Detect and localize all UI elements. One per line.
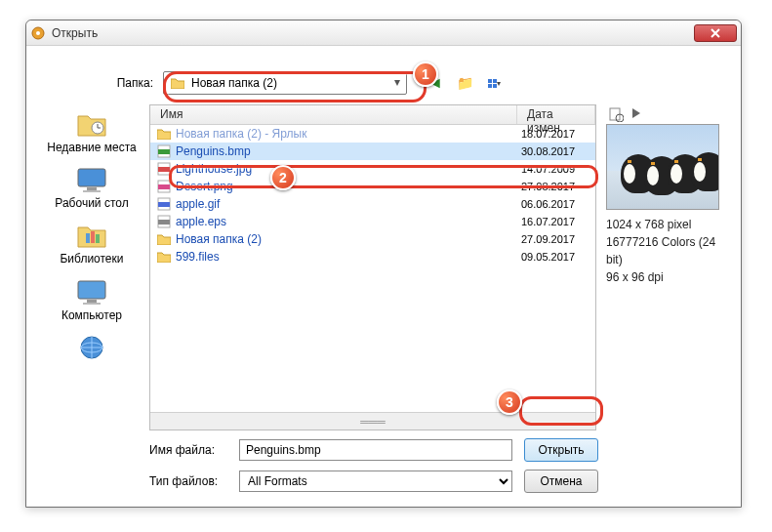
svg-rect-6: [86, 233, 90, 243]
desktop-icon: [74, 164, 109, 195]
file-name: Новая папка (2) - Ярлык: [176, 127, 521, 141]
folder-current: Новая папка (2): [191, 76, 277, 90]
places-bar: Недавние места Рабочий стол Библиотеки К…: [44, 104, 140, 430]
folder-icon: [170, 75, 185, 91]
svg-rect-21: [158, 202, 170, 207]
preview-pane: 1024 x 768 pixel 16777216 Colors (24 bit…: [606, 104, 723, 430]
file-row[interactable]: Новая папка (2) - Ярлык18.07.2017: [150, 125, 595, 143]
folder-dropdown[interactable]: Новая папка (2): [163, 71, 407, 95]
app-icon: [30, 25, 46, 41]
file-type-icon: [156, 215, 172, 228]
annotation-badge-1: 1: [413, 61, 438, 87]
place-libraries[interactable]: Библиотеки: [44, 220, 140, 266]
file-date: 06.06.2017: [521, 198, 589, 210]
titlebar: Открыть: [26, 20, 741, 46]
libraries-icon: [74, 220, 109, 251]
svg-rect-11: [83, 303, 101, 305]
file-name: Lighthouse.jpg: [176, 162, 521, 176]
file-type-icon: [156, 144, 172, 158]
file-type-icon: [156, 197, 172, 211]
file-row[interactable]: Новая папка (2)27.09.2017: [150, 230, 595, 248]
filetype-label: Тип файлов:: [149, 474, 227, 488]
place-label: Недавние места: [47, 142, 136, 154]
svg-rect-5: [83, 190, 101, 192]
open-file-dialog: Открыть Папка: Новая папка (2) ◄ 📁 ▾: [25, 20, 742, 508]
file-date: 09.05.2017: [521, 251, 589, 263]
place-computer[interactable]: Компьютер: [44, 276, 140, 322]
file-row[interactable]: Desert.png27.08.2017: [150, 178, 595, 195]
folder-label: Папка:: [112, 76, 153, 90]
svg-point-1: [36, 31, 40, 35]
file-row[interactable]: Lighthouse.jpg14.07.2009: [150, 160, 595, 178]
annotation-badge-3: 3: [497, 389, 522, 415]
file-name: apple.eps: [176, 215, 521, 228]
filename-input[interactable]: [239, 439, 512, 461]
file-date: 18.07.2017: [521, 128, 589, 140]
recent-icon: [74, 108, 109, 140]
place-desktop[interactable]: Рабочий стол: [44, 164, 140, 210]
file-name: Desert.png: [176, 180, 521, 193]
meta-dpi: 96 x 96 dpi: [606, 268, 723, 286]
svg-rect-23: [158, 220, 170, 225]
file-name: apple.gif: [176, 197, 521, 211]
col-date[interactable]: Дата измен: [517, 105, 595, 124]
up-button[interactable]: 📁: [454, 72, 475, 94]
svg-rect-7: [91, 231, 95, 243]
grid-icon: [488, 79, 497, 88]
svg-rect-10: [87, 300, 97, 303]
svg-rect-19: [158, 184, 170, 189]
column-headers[interactable]: Имя Дата измен: [150, 105, 595, 125]
close-button[interactable]: [694, 24, 737, 42]
file-date: 16.07.2017: [521, 216, 589, 227]
svg-rect-4: [87, 187, 97, 190]
cancel-button[interactable]: Отмена: [524, 470, 598, 493]
open-button[interactable]: Открыть: [524, 438, 598, 462]
file-date: 27.09.2017: [521, 233, 589, 245]
place-network[interactable]: [44, 332, 140, 365]
network-icon: [74, 332, 109, 363]
svg-rect-3: [78, 169, 105, 186]
file-row[interactable]: apple.eps16.07.2017: [150, 213, 595, 230]
place-recent[interactable]: Недавние места: [44, 108, 140, 154]
close-icon: [711, 28, 720, 38]
file-date: 27.08.2017: [521, 181, 589, 192]
preview-play-icon[interactable]: [630, 106, 643, 122]
place-label: Рабочий стол: [55, 197, 128, 210]
file-list: Имя Дата измен Новая папка (2) - Ярлык18…: [149, 104, 596, 430]
folder-row: Папка: Новая папка (2) ◄ 📁 ▾: [44, 71, 723, 95]
file-name: Новая папка (2): [176, 232, 521, 246]
file-date: 14.07.2009: [521, 163, 589, 175]
file-type-icon: [156, 250, 172, 264]
bottom-controls: Имя файла: Открыть Тип файлов: All Forma…: [44, 438, 723, 493]
col-name[interactable]: Имя: [150, 105, 517, 124]
place-label: Библиотеки: [60, 253, 123, 266]
file-row[interactable]: Penguins.bmp30.08.2017: [150, 143, 595, 160]
preview-meta: 1024 x 768 pixel 16777216 Colors (24 bit…: [606, 216, 723, 286]
svg-rect-8: [96, 234, 100, 243]
file-type-icon: [156, 162, 172, 176]
file-type-icon: [156, 180, 172, 193]
file-rows: Новая папка (2) - Ярлык18.07.2017Penguin…: [150, 125, 595, 412]
file-type-icon: [156, 127, 172, 141]
file-name: Penguins.bmp: [176, 144, 521, 158]
up-arrow-icon: 📁: [457, 75, 473, 91]
filename-label: Имя файла:: [149, 443, 227, 457]
svg-rect-15: [158, 149, 170, 154]
svg-rect-9: [78, 281, 105, 299]
filetype-select[interactable]: All Formats: [239, 471, 512, 492]
preview-tool-icon[interactable]: [608, 106, 624, 122]
meta-dimensions: 1024 x 768 pixel: [606, 216, 723, 233]
annotation-badge-2: 2: [270, 165, 296, 190]
file-name: 599.files: [176, 250, 521, 264]
file-row[interactable]: 599.files09.05.2017: [150, 248, 595, 266]
scrollbar-horizontal[interactable]: ═══: [150, 412, 595, 430]
computer-icon: [74, 276, 109, 307]
view-button[interactable]: ▾: [483, 72, 505, 94]
file-type-icon: [156, 232, 172, 246]
file-date: 30.08.2017: [521, 145, 589, 157]
place-label: Компьютер: [61, 309, 122, 322]
svg-rect-17: [158, 167, 170, 172]
meta-colors: 16777216 Colors (24 bit): [606, 233, 723, 268]
window-title: Открыть: [52, 26, 694, 40]
file-row[interactable]: apple.gif06.06.2017: [150, 195, 595, 213]
